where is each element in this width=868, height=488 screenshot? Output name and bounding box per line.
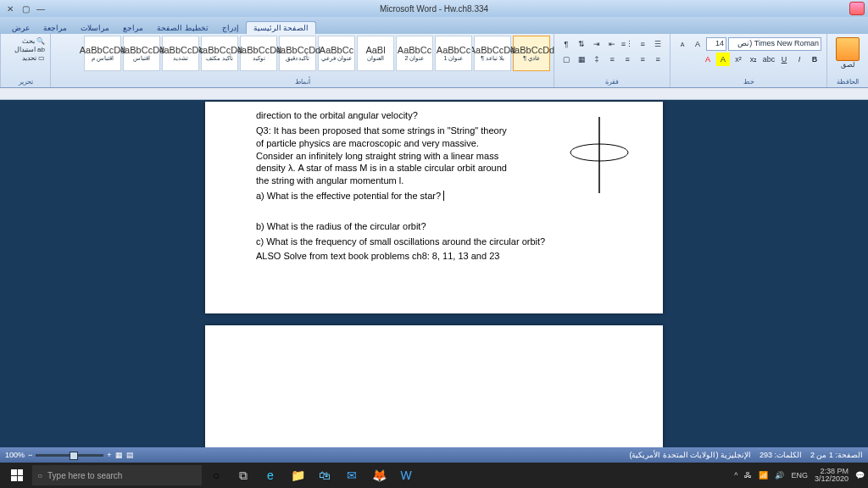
- tab-home[interactable]: الصفحة الرئيسية: [246, 21, 317, 34]
- status-lang[interactable]: الإنجليزية (الولايات المتحدة الأمريكية): [629, 451, 751, 459]
- tray-volume-icon[interactable]: 🔊: [775, 471, 784, 480]
- also-text: ALSO Solve from text book problems ch8: …: [256, 250, 595, 263]
- paste-icon[interactable]: [836, 37, 860, 61]
- status-words[interactable]: الكلمات: 293: [760, 451, 802, 459]
- status-page[interactable]: الصفحة: 1 من 2: [810, 451, 863, 459]
- sort-icon[interactable]: ⇅: [575, 37, 588, 51]
- pilcrow-icon[interactable]: ¶: [559, 37, 573, 51]
- taskview-icon[interactable]: ⧉: [231, 463, 256, 487]
- subscript-button[interactable]: x₂: [747, 53, 760, 66]
- minimize-icon[interactable]: —: [34, 3, 47, 14]
- windows-taskbar: ○ Type here to search ○ ⧉ e 📁 🛍 ✉ 🦊 W ^ …: [0, 463, 868, 488]
- style-1[interactable]: AaBbCcDdبلا تباعد ¶: [474, 36, 511, 71]
- orbit-diagram: [561, 117, 637, 193]
- tab-refs[interactable]: مراجع: [116, 22, 150, 34]
- zoom-level: 100%: [5, 451, 25, 459]
- bullets-icon[interactable]: ☰: [651, 37, 665, 51]
- line-spacing-icon[interactable]: ‡: [590, 53, 604, 66]
- maximize-icon[interactable]: ▢: [19, 3, 32, 14]
- zoom-in-icon[interactable]: +: [107, 451, 111, 459]
- explorer-icon[interactable]: 📁: [285, 463, 310, 487]
- font-color-button[interactable]: A: [701, 53, 715, 66]
- tray-up-icon[interactable]: ^: [734, 471, 737, 480]
- indent-inc-icon[interactable]: ⇥: [590, 37, 604, 51]
- tab-layout[interactable]: تخطيط الصفحة: [150, 22, 215, 34]
- styles-label: أنماط: [54, 77, 550, 86]
- window-controls: ✕ ▢ —: [3, 3, 47, 14]
- view-read-icon[interactable]: ▤: [126, 451, 134, 459]
- mail-icon[interactable]: ✉: [339, 463, 364, 487]
- highlight-button[interactable]: A: [716, 53, 730, 66]
- view-print-icon[interactable]: ▦: [115, 451, 123, 459]
- tab-mail[interactable]: مراسلات: [74, 22, 116, 34]
- tray-wifi-icon[interactable]: 📶: [759, 471, 768, 480]
- horizontal-ruler[interactable]: [0, 88, 868, 100]
- style-10[interactable]: AaBbCcDdاقتباس: [123, 36, 160, 71]
- align-left-icon[interactable]: ≡: [620, 53, 634, 66]
- shrink-font-icon[interactable]: A: [676, 37, 689, 51]
- bold-button[interactable]: B: [808, 53, 821, 66]
- qa-text: a) What is the effective potential for t…: [256, 190, 595, 202]
- word-icon[interactable]: W: [393, 463, 419, 487]
- paste-label: لصق: [841, 61, 854, 69]
- close-icon[interactable]: ✕: [3, 3, 17, 14]
- system-tray: ^ 🖧 📶 🔊 ENG 2:38 PM 3/12/2020 💬: [734, 468, 865, 483]
- zoom-control[interactable]: 100% − + ▦ ▤: [5, 451, 134, 459]
- superscript-button[interactable]: x²: [732, 53, 745, 66]
- shading-icon[interactable]: ▦: [575, 53, 588, 66]
- text-line: direction to the orbital angular velocit…: [256, 109, 595, 122]
- tab-view[interactable]: عرض: [5, 22, 36, 34]
- tray-date[interactable]: 3/12/2020: [815, 475, 849, 483]
- cortana-icon[interactable]: ○: [203, 463, 229, 487]
- underline-button[interactable]: U: [777, 53, 791, 66]
- page-2[interactable]: [205, 325, 663, 447]
- para-label: فقرة: [558, 77, 666, 86]
- style-8[interactable]: AaBbCcDdتأكيد مكثف: [201, 36, 238, 71]
- edge-icon[interactable]: e: [258, 463, 283, 487]
- clipboard-group: لصق الحافظة: [826, 34, 868, 87]
- align-center-icon[interactable]: ≡: [636, 53, 649, 66]
- edit-label: تحرير: [4, 77, 47, 86]
- taskbar-search[interactable]: ○ Type here to search: [32, 465, 202, 485]
- style-11[interactable]: AaBbCcDdاقتباس م: [84, 36, 121, 71]
- zoom-out-icon[interactable]: −: [28, 451, 32, 459]
- select-button[interactable]: ▭ تحديد: [6, 54, 45, 62]
- tab-insert[interactable]: إدراج: [215, 22, 246, 34]
- style-5[interactable]: AaBbCcعنوان فرعي: [318, 36, 355, 71]
- style-7[interactable]: AaBbCcDdتوكيد: [240, 36, 277, 71]
- style-6[interactable]: AaBbCcDdتأكيد دقيق: [279, 36, 316, 71]
- borders-icon[interactable]: ▢: [559, 53, 573, 66]
- search-icon: ○: [37, 471, 42, 480]
- align-right-icon[interactable]: ≡: [651, 53, 665, 66]
- multilevel-icon[interactable]: ⋮≡: [620, 37, 634, 51]
- font-size-combo[interactable]: 14: [706, 37, 726, 51]
- notifications-icon[interactable]: 💬: [855, 471, 865, 480]
- office-button[interactable]: [849, 2, 865, 15]
- replace-button[interactable]: ab استبدال: [6, 46, 45, 53]
- style-2[interactable]: AaBbCcعنوان 1: [435, 36, 472, 71]
- style-3[interactable]: AaBbCcعنوان 2: [396, 36, 433, 71]
- style-0[interactable]: AaBbCcDdعادي ¶: [513, 36, 550, 71]
- tray-network-icon[interactable]: 🖧: [744, 471, 752, 480]
- store-icon[interactable]: 🛍: [312, 463, 337, 487]
- style-9[interactable]: AaBbCcDcتشديد: [162, 36, 199, 71]
- numbering-icon[interactable]: ≡: [636, 37, 649, 51]
- italic-button[interactable]: I: [793, 53, 806, 66]
- firefox-icon[interactable]: 🦊: [366, 463, 392, 487]
- zoom-slider[interactable]: [36, 454, 103, 457]
- indent-dec-icon[interactable]: ⇤: [605, 37, 619, 51]
- tray-lang[interactable]: ENG: [791, 471, 808, 480]
- page-1[interactable]: direction to the orbital angular velocit…: [205, 102, 663, 313]
- document-area[interactable]: direction to the orbital angular velocit…: [0, 100, 868, 447]
- window-title: Microsoft Word - Hw.ch8.334: [380, 4, 488, 14]
- justify-icon[interactable]: ≡: [605, 53, 619, 66]
- grow-font-icon[interactable]: A: [691, 37, 704, 51]
- find-button[interactable]: 🔍 بحث: [6, 37, 45, 45]
- qc-text: c) What is the frequency of small oscill…: [256, 236, 595, 248]
- start-button[interactable]: [3, 463, 31, 487]
- font-name-combo[interactable]: Times New Roman (نص: [728, 37, 821, 51]
- tab-review[interactable]: مراجعة: [36, 22, 74, 34]
- ribbon: لصق الحافظة Times New Roman (نص 14 A A B…: [0, 34, 868, 88]
- style-4[interactable]: AaBlالعنوان: [357, 36, 394, 71]
- strike-button[interactable]: abc: [762, 53, 776, 66]
